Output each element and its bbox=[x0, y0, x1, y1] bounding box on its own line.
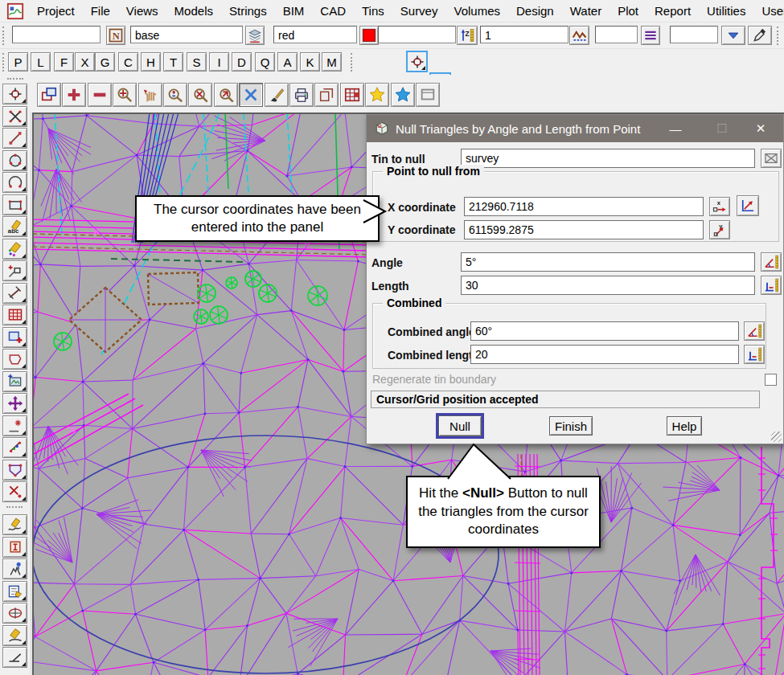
minimize-button[interactable]: — bbox=[663, 115, 688, 142]
null-button[interactable]: Null bbox=[438, 415, 482, 436]
arc-button[interactable] bbox=[2, 172, 27, 193]
symbol-pencil-button[interactable] bbox=[2, 239, 27, 260]
menu-report[interactable]: Report bbox=[646, 4, 699, 18]
snap-letter-g[interactable]: G bbox=[95, 52, 115, 72]
angle-pick-button[interactable] bbox=[761, 252, 782, 272]
toolbar-grip[interactable] bbox=[351, 53, 355, 72]
toolbar-grip[interactable] bbox=[2, 27, 7, 45]
shield-button[interactable] bbox=[2, 460, 27, 481]
favourite-blue-button[interactable] bbox=[391, 83, 415, 107]
snap-letter-f[interactable]: F bbox=[54, 52, 74, 72]
menu-water[interactable]: Water bbox=[562, 4, 610, 18]
menu-cad[interactable]: CAD bbox=[312, 4, 354, 18]
help-button[interactable]: Help bbox=[667, 416, 702, 436]
snap-letter-t[interactable]: T bbox=[163, 52, 183, 72]
angle-line-button[interactable] bbox=[2, 647, 27, 668]
resize-grip[interactable] bbox=[771, 432, 782, 442]
snap-letter-l[interactable]: L bbox=[31, 52, 51, 72]
snap-letter-h[interactable]: H bbox=[141, 52, 161, 72]
squiggle-pencil-button[interactable] bbox=[2, 514, 27, 535]
grid-table-button[interactable] bbox=[2, 305, 27, 325]
snap-letter-a[interactable]: A bbox=[277, 52, 298, 72]
combined-angle-input[interactable]: 60° bbox=[470, 321, 739, 341]
menu-bim[interactable]: BIM bbox=[275, 4, 313, 18]
menu-file[interactable]: File bbox=[83, 4, 118, 18]
copy-view-button[interactable] bbox=[314, 83, 339, 107]
redraw-brush-button[interactable] bbox=[265, 83, 289, 107]
zoom-view-button[interactable] bbox=[214, 83, 238, 107]
menu-user[interactable]: User bbox=[753, 4, 784, 18]
finish-button[interactable]: Finish bbox=[549, 416, 593, 436]
zoom-fit-button[interactable] bbox=[188, 83, 212, 107]
tin-terrain-button[interactable] bbox=[569, 26, 589, 45]
notepad-edit-button[interactable] bbox=[2, 581, 27, 602]
close-button[interactable]: ✕ bbox=[748, 115, 774, 142]
snap-letter-d[interactable]: D bbox=[232, 52, 252, 72]
measure-line-button[interactable] bbox=[2, 283, 27, 304]
pencil-wave-button[interactable] bbox=[2, 625, 27, 646]
snap-target-button[interactable] bbox=[406, 51, 428, 72]
colour-swatch-button[interactable] bbox=[359, 26, 379, 45]
rectangle-button[interactable] bbox=[2, 194, 27, 215]
app-icon[interactable] bbox=[6, 2, 24, 20]
x-coordinate-input[interactable]: 212960.7118 bbox=[464, 197, 704, 216]
toolbar-grip[interactable] bbox=[7, 78, 23, 82]
length-pick-button[interactable] bbox=[761, 276, 782, 295]
cross-arrows-button[interactable] bbox=[2, 106, 27, 127]
xy-pick-button[interactable] bbox=[737, 195, 759, 216]
snap-letter-p[interactable]: P bbox=[8, 52, 28, 72]
text-cursor-button[interactable] bbox=[2, 537, 27, 558]
toolbar-grip[interactable] bbox=[777, 27, 782, 45]
target-button[interactable] bbox=[2, 84, 27, 104]
linestyle-field[interactable]: 1 bbox=[480, 26, 569, 43]
snap-letter-s[interactable]: S bbox=[187, 52, 207, 72]
tin-to-null-input[interactable]: survey bbox=[461, 149, 755, 168]
window-add-button[interactable] bbox=[2, 327, 27, 348]
delete-points-button[interactable] bbox=[2, 481, 27, 502]
menu-strings[interactable]: Strings bbox=[221, 4, 275, 18]
angle-input[interactable]: 5° bbox=[461, 252, 755, 272]
combined-length-pick-button[interactable] bbox=[744, 345, 765, 364]
menu-views[interactable]: Views bbox=[118, 4, 166, 18]
regenerate-checkbox[interactable] bbox=[765, 374, 777, 386]
image-button[interactable] bbox=[2, 371, 27, 392]
snap-letter-x[interactable]: X bbox=[75, 52, 95, 72]
polygon-button[interactable] bbox=[2, 349, 27, 370]
eyedropper-button[interactable] bbox=[748, 26, 772, 45]
menu-models[interactable]: Models bbox=[166, 4, 221, 18]
print-button[interactable] bbox=[289, 83, 314, 107]
snap-letter-q[interactable]: Q bbox=[255, 52, 275, 72]
function-field[interactable] bbox=[12, 26, 101, 43]
model-field[interactable]: base bbox=[130, 26, 243, 43]
zoom-extents-button[interactable] bbox=[113, 83, 137, 107]
triple-lines-button[interactable] bbox=[641, 26, 660, 45]
y-coordinate-input[interactable]: 611599.2875 bbox=[464, 220, 704, 239]
maximize-button[interactable]: ☐ bbox=[709, 115, 735, 142]
snap-letter-c[interactable]: C bbox=[118, 52, 138, 72]
line-button[interactable] bbox=[2, 128, 27, 149]
cascade-windows-button[interactable] bbox=[37, 83, 61, 107]
snap-letter-i[interactable]: I bbox=[209, 52, 229, 72]
menu-project[interactable]: Project bbox=[29, 4, 83, 18]
colour-line-button[interactable] bbox=[2, 437, 27, 458]
point-create-button[interactable] bbox=[2, 260, 27, 281]
combined-length-input[interactable]: 20 bbox=[470, 345, 739, 364]
zoom-scale-button[interactable] bbox=[163, 83, 187, 107]
zoom-plus-button[interactable] bbox=[62, 83, 86, 107]
weight-field[interactable] bbox=[670, 26, 718, 43]
toolbar-grip[interactable] bbox=[2, 53, 7, 72]
survey-instrument-button[interactable] bbox=[2, 558, 27, 579]
snap-letter-k[interactable]: K bbox=[300, 52, 320, 72]
zoom-minus-button[interactable] bbox=[88, 83, 112, 107]
combined-angle-pick-button[interactable] bbox=[744, 321, 765, 341]
layers-button[interactable] bbox=[245, 26, 265, 45]
z-height-button[interactable]: Z bbox=[457, 26, 478, 45]
grid-window-button[interactable] bbox=[340, 83, 364, 107]
menu-volumes[interactable]: Volumes bbox=[445, 4, 508, 18]
length-input[interactable]: 30 bbox=[461, 276, 755, 295]
height-field[interactable] bbox=[378, 26, 456, 43]
menu-survey[interactable]: Survey bbox=[392, 4, 446, 18]
tin-pick-button[interactable] bbox=[761, 149, 782, 168]
menu-plot[interactable]: Plot bbox=[610, 4, 646, 18]
point-star-button[interactable] bbox=[2, 415, 27, 436]
